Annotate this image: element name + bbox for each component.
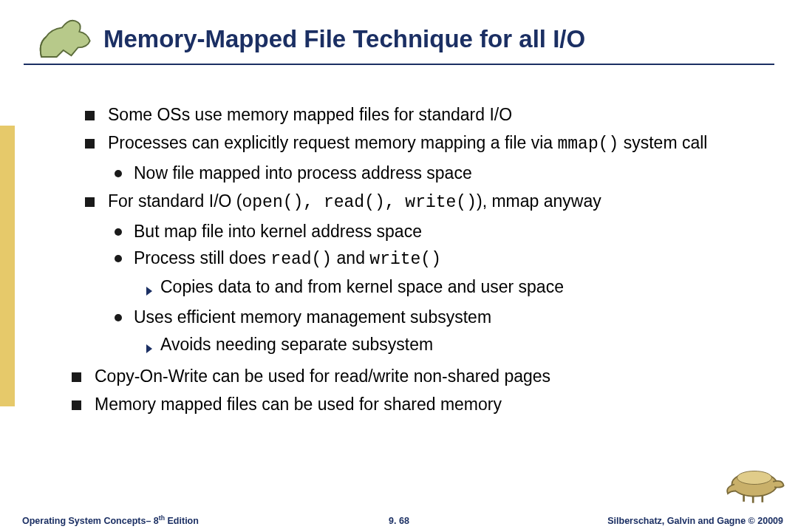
arrow-bullet-icon bbox=[146, 338, 153, 358]
text-fragment: ), mmap anyway bbox=[477, 191, 601, 211]
bullet-text: Some OSs use memory mapped files for sta… bbox=[108, 105, 772, 124]
subsub-bullet-item: Copies data to and from kernel space and… bbox=[146, 277, 772, 300]
square-bullet-icon bbox=[85, 111, 95, 120]
bullet-item: Processes can explicitly request memory … bbox=[85, 133, 772, 154]
bullet-item: Memory mapped files can be used for shar… bbox=[72, 395, 772, 414]
square-bullet-icon bbox=[72, 372, 81, 382]
content-area: Some OSs use memory mapped files for sta… bbox=[85, 96, 772, 423]
code-fragment: mmap() bbox=[557, 134, 618, 154]
bullet-item: Copy-On-Write can be used for read/write… bbox=[72, 366, 772, 386]
bullet-text: Copies data to and from kernel space and… bbox=[160, 277, 772, 296]
text-fragment: and bbox=[332, 248, 369, 267]
bullet-text: Uses efficient memory management subsyst… bbox=[134, 307, 772, 327]
square-bullet-icon bbox=[85, 139, 95, 149]
text-fragment: Processes can explicitly request memory … bbox=[108, 133, 557, 152]
arrow-bullet-icon bbox=[146, 281, 153, 300]
slide-title: Memory-Mapped File Technique for all I/O bbox=[103, 25, 585, 53]
bullet-text: Process still does read() and write() bbox=[134, 248, 772, 269]
bullet-text: For standard I/O (open(), read(), write(… bbox=[108, 191, 772, 212]
sub-bullet-item: Uses efficient memory management subsyst… bbox=[115, 307, 772, 327]
footer: Operating System Concepts– 8th Edition 9… bbox=[0, 510, 798, 532]
disc-bullet-icon bbox=[115, 255, 122, 262]
dinosaur-top-icon bbox=[30, 10, 100, 64]
bullet-text: But map file into kernel address space bbox=[134, 222, 772, 241]
side-accent-bar bbox=[0, 126, 15, 406]
square-bullet-icon bbox=[72, 400, 81, 410]
bullet-text: Processes can explicitly request memory … bbox=[108, 133, 772, 154]
bullet-text: Copy-On-Write can be used for read/write… bbox=[95, 366, 772, 386]
bullet-item: For standard I/O (open(), read(), write(… bbox=[85, 191, 772, 212]
disc-bullet-icon bbox=[115, 314, 122, 321]
sub-bullet-item: But map file into kernel address space bbox=[115, 222, 772, 241]
bullet-text: Now file mapped into process address spa… bbox=[134, 163, 772, 183]
bullet-text: Avoids needing separate subsystem bbox=[160, 335, 772, 354]
text-fragment: system call bbox=[618, 133, 707, 152]
title-underline bbox=[24, 64, 774, 65]
disc-bullet-icon bbox=[115, 228, 122, 236]
code-fragment: write() bbox=[369, 250, 441, 269]
sub-bullet-item: Process still does read() and write() bbox=[115, 248, 772, 269]
subsub-bullet-item: Avoids needing separate subsystem bbox=[146, 335, 772, 358]
bullet-text: Memory mapped files can be used for shar… bbox=[95, 395, 772, 414]
text-fragment: Process still does bbox=[134, 248, 270, 267]
square-bullet-icon bbox=[85, 197, 95, 207]
footer-right: Silberschatz, Galvin and Gagne © 20009 bbox=[607, 516, 783, 526]
sub-bullet-item: Now file mapped into process address spa… bbox=[115, 163, 772, 183]
dinosaur-bottom-icon bbox=[721, 457, 788, 505]
slide: Memory-Mapped File Technique for all I/O… bbox=[0, 0, 798, 532]
text-fragment: For standard I/O ( bbox=[108, 191, 242, 211]
code-fragment: open(), read(), write() bbox=[242, 193, 477, 212]
bullet-item: Some OSs use memory mapped files for sta… bbox=[85, 105, 772, 124]
disc-bullet-icon bbox=[115, 170, 122, 177]
svg-point-1 bbox=[737, 471, 772, 485]
code-fragment: read() bbox=[270, 250, 332, 269]
